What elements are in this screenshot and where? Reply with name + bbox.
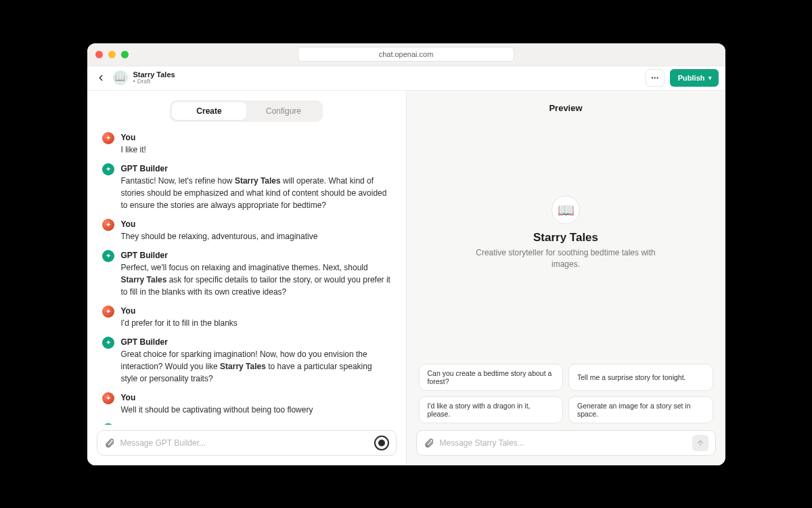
message: ✦ You Well it should be captivating with… [102,391,391,416]
preview-hero: 📖 Starry Tales Creative storyteller for … [407,116,725,364]
tab-create[interactable]: Create [172,102,246,120]
traffic-light-minimize-icon[interactable] [108,51,116,58]
gpt-status-draft: Draft [133,79,175,85]
preview-message-input[interactable] [440,438,687,448]
message: ✦ You I'd prefer for it to fill in the b… [102,305,391,329]
message-text: Great choice for sparking imagination! N… [121,348,391,385]
message: ✦ GPT Builder Fantastic! Now, let's refi… [102,163,391,211]
message-text: They should be relaxing, adventurous, an… [121,230,391,242]
user-avatar-icon: ✦ [102,132,114,144]
tab-configure[interactable]: Configure [246,102,321,120]
message-author: GPT Builder [121,249,391,261]
user-avatar-icon: ✦ [102,392,114,404]
app-window: chat.openai.com 📖 Starry Tales Draft ···… [87,43,725,465]
message-text: I like it! [121,144,391,156]
page-title-block: Starry Tales Draft [133,70,175,85]
suggestion-button[interactable]: Can you create a bedtime story about a f… [419,364,564,391]
suggestion-button[interactable]: Tell me a surprise story for tonight. [568,364,713,391]
traffic-light-zoom-icon[interactable] [121,51,129,58]
more-options-button[interactable]: ··· [646,69,664,87]
message-text: Fantastic! Now, let's refine how Starry … [121,175,391,211]
message-author: GPT Builder [121,336,391,348]
page-header: 📖 Starry Tales Draft ··· Publish ▾ [87,66,725,91]
preview-gpt-subtitle: Creative storyteller for soothing bedtim… [471,247,660,270]
attachment-icon[interactable] [424,438,434,448]
message-author: GPT Builder [121,163,391,175]
bot-avatar-icon: ✦ [102,337,114,349]
message: ✦ You I like it! [102,131,391,156]
message-text: Perfect, we'll focus on relaxing and ima… [121,261,391,298]
builder-panel: Create Configure ✦ You I like it! ✦ [87,91,407,465]
message-text: Well it should be captivating without be… [121,404,391,416]
traffic-lights [95,51,129,58]
message-author: You [121,305,391,317]
url-text: chat.openai.com [379,50,434,58]
conversation: ✦ You I like it! ✦ GPT Builder Fantastic… [87,127,406,425]
record-button[interactable] [374,436,389,450]
message-author: You [121,218,391,230]
publish-button[interactable]: Publish ▾ [670,69,719,87]
traffic-light-close-icon[interactable] [95,51,103,58]
message: ✦ GPT Builder Great choice for sparking … [102,336,391,385]
user-avatar-icon: ✦ [102,219,114,231]
preview-gpt-avatar-icon: 📖 [551,196,580,224]
chevron-down-icon: ▾ [708,75,712,81]
message: ✦ GPT Builder Perfect, we'll focus on re… [102,249,391,298]
preview-panel: Preview 📖 Starry Tales Creative storytel… [407,91,725,465]
main-split: Create Configure ✦ You I like it! ✦ [87,91,725,465]
suggestion-button[interactable]: I'd like a story with a dragon in it, pl… [419,396,564,423]
publish-label: Publish [678,74,705,82]
preview-suggestions: Can you create a bedtime story about a f… [407,364,725,430]
bot-avatar-icon: ✦ [102,250,114,262]
message-text: I'd prefer for it to fill in the blanks [121,317,391,329]
suggestion-button[interactable]: Generate an image for a story set in spa… [568,396,713,423]
url-bar[interactable]: chat.openai.com [298,47,514,62]
builder-message-input[interactable] [120,438,369,448]
message-author: You [121,131,391,144]
preview-composer [416,430,716,456]
preview-heading: Preview [407,91,725,116]
preview-gpt-title: Starry Tales [533,231,598,245]
message: ✦ You They should be relaxing, adventuro… [102,218,391,242]
message-author: You [121,391,391,404]
send-button[interactable] [692,435,708,451]
back-button[interactable] [94,71,108,85]
user-avatar-icon: ✦ [102,305,114,318]
gpt-avatar-icon: 📖 [113,70,128,85]
attachment-icon[interactable] [104,438,115,448]
tabs: Create Configure [87,91,406,127]
bot-avatar-icon: ✦ [102,163,114,175]
ellipsis-icon: ··· [651,72,659,83]
browser-titlebar: chat.openai.com [87,43,725,66]
builder-composer [97,430,397,456]
